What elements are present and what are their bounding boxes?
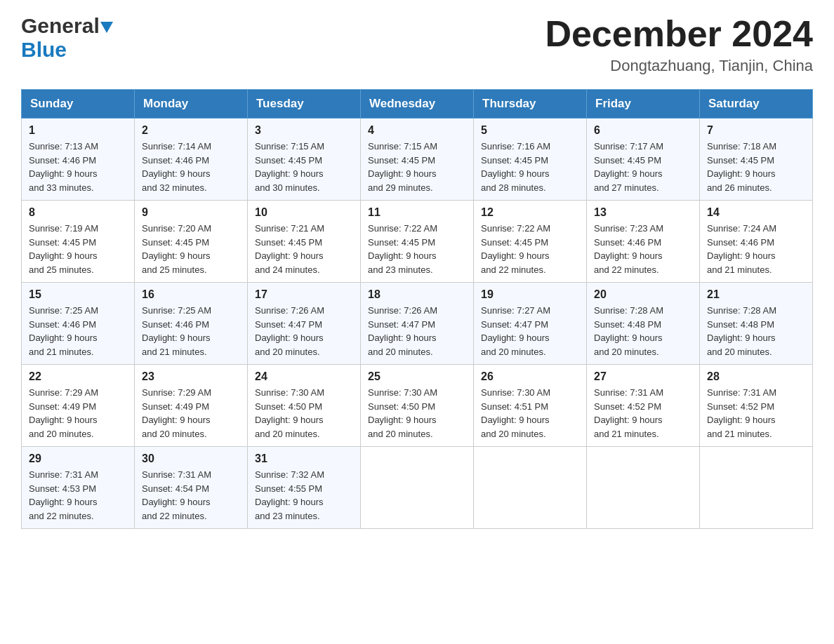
day-info: Sunrise: 7:29 AMSunset: 4:49 PMDaylight:…	[142, 386, 240, 441]
day-number: 13	[594, 206, 692, 219]
calendar-cell: 11Sunrise: 7:22 AMSunset: 4:45 PMDayligh…	[361, 201, 474, 283]
subtitle: Dongtazhuang, Tianjin, China	[545, 57, 813, 75]
calendar-cell: 5Sunrise: 7:16 AMSunset: 4:45 PMDaylight…	[474, 119, 587, 201]
day-number: 2	[142, 124, 240, 137]
day-number: 14	[707, 206, 805, 219]
day-of-week-header: Saturday	[700, 90, 813, 119]
calendar-table: SundayMondayTuesdayWednesdayThursdayFrid…	[21, 89, 813, 529]
calendar-cell: 12Sunrise: 7:22 AMSunset: 4:45 PMDayligh…	[474, 201, 587, 283]
day-info: Sunrise: 7:19 AMSunset: 4:45 PMDaylight:…	[29, 222, 127, 276]
calendar-cell: 26Sunrise: 7:30 AMSunset: 4:51 PMDayligh…	[474, 365, 587, 447]
day-number: 26	[481, 370, 579, 383]
day-number: 25	[368, 370, 466, 383]
day-info: Sunrise: 7:28 AMSunset: 4:48 PMDaylight:…	[594, 304, 692, 358]
day-number: 10	[255, 206, 353, 219]
day-info: Sunrise: 7:31 AMSunset: 4:52 PMDaylight:…	[594, 386, 692, 441]
day-number: 3	[255, 124, 353, 137]
day-number: 1	[29, 124, 127, 137]
day-info: Sunrise: 7:30 AMSunset: 4:50 PMDaylight:…	[255, 386, 353, 441]
logo-triangle-icon	[100, 22, 113, 33]
calendar-cell: 15Sunrise: 7:25 AMSunset: 4:46 PMDayligh…	[22, 283, 135, 365]
calendar-cell: 4Sunrise: 7:15 AMSunset: 4:45 PMDaylight…	[361, 119, 474, 201]
day-info: Sunrise: 7:17 AMSunset: 4:45 PMDaylight:…	[594, 140, 692, 194]
day-of-week-header: Tuesday	[248, 90, 361, 119]
calendar-cell	[700, 447, 813, 529]
day-of-week-header: Thursday	[474, 90, 587, 119]
day-info: Sunrise: 7:15 AMSunset: 4:45 PMDaylight:…	[368, 140, 466, 194]
day-info: Sunrise: 7:28 AMSunset: 4:48 PMDaylight:…	[707, 304, 805, 358]
title-block: December 2024 Dongtazhuang, Tianjin, Chi…	[545, 14, 813, 75]
calendar-week-row: 29Sunrise: 7:31 AMSunset: 4:53 PMDayligh…	[22, 447, 813, 529]
day-number: 28	[707, 370, 805, 383]
day-info: Sunrise: 7:31 AMSunset: 4:54 PMDaylight:…	[142, 468, 240, 523]
main-title: December 2024	[545, 14, 813, 54]
day-info: Sunrise: 7:27 AMSunset: 4:47 PMDaylight:…	[481, 304, 579, 358]
day-number: 8	[29, 206, 127, 219]
calendar-cell: 31Sunrise: 7:32 AMSunset: 4:55 PMDayligh…	[248, 447, 361, 529]
day-info: Sunrise: 7:30 AMSunset: 4:51 PMDaylight:…	[481, 386, 579, 441]
calendar-cell: 24Sunrise: 7:30 AMSunset: 4:50 PMDayligh…	[248, 365, 361, 447]
day-of-week-header: Monday	[135, 90, 248, 119]
day-info: Sunrise: 7:16 AMSunset: 4:45 PMDaylight:…	[481, 140, 579, 194]
calendar-cell	[587, 447, 700, 529]
calendar-week-row: 8Sunrise: 7:19 AMSunset: 4:45 PMDaylight…	[22, 201, 813, 283]
day-number: 31	[255, 452, 353, 465]
calendar-cell: 16Sunrise: 7:25 AMSunset: 4:46 PMDayligh…	[135, 283, 248, 365]
day-number: 22	[29, 370, 127, 383]
calendar-cell: 22Sunrise: 7:29 AMSunset: 4:49 PMDayligh…	[22, 365, 135, 447]
calendar-cell: 17Sunrise: 7:26 AMSunset: 4:47 PMDayligh…	[248, 283, 361, 365]
day-number: 11	[368, 206, 466, 219]
day-number: 6	[594, 124, 692, 137]
day-info: Sunrise: 7:26 AMSunset: 4:47 PMDaylight:…	[368, 304, 466, 358]
day-info: Sunrise: 7:31 AMSunset: 4:52 PMDaylight:…	[707, 386, 805, 441]
day-info: Sunrise: 7:21 AMSunset: 4:45 PMDaylight:…	[255, 222, 353, 276]
day-info: Sunrise: 7:26 AMSunset: 4:47 PMDaylight:…	[255, 304, 353, 358]
day-info: Sunrise: 7:25 AMSunset: 4:46 PMDaylight:…	[142, 304, 240, 358]
logo-blue-text: Blue	[21, 38, 67, 62]
day-number: 12	[481, 206, 579, 219]
calendar-cell: 10Sunrise: 7:21 AMSunset: 4:45 PMDayligh…	[248, 201, 361, 283]
calendar-cell	[361, 447, 474, 529]
calendar-cell: 3Sunrise: 7:15 AMSunset: 4:45 PMDaylight…	[248, 119, 361, 201]
day-of-week-header: Friday	[587, 90, 700, 119]
calendar-cell: 20Sunrise: 7:28 AMSunset: 4:48 PMDayligh…	[587, 283, 700, 365]
day-info: Sunrise: 7:14 AMSunset: 4:46 PMDaylight:…	[142, 140, 240, 194]
day-number: 29	[29, 452, 127, 465]
day-info: Sunrise: 7:18 AMSunset: 4:45 PMDaylight:…	[707, 140, 805, 194]
calendar-header-row: SundayMondayTuesdayWednesdayThursdayFrid…	[22, 90, 813, 119]
day-info: Sunrise: 7:15 AMSunset: 4:45 PMDaylight:…	[255, 140, 353, 194]
day-info: Sunrise: 7:25 AMSunset: 4:46 PMDaylight:…	[29, 304, 127, 358]
logo-general-text: General	[21, 14, 100, 38]
day-info: Sunrise: 7:20 AMSunset: 4:45 PMDaylight:…	[142, 222, 240, 276]
calendar-cell: 25Sunrise: 7:30 AMSunset: 4:50 PMDayligh…	[361, 365, 474, 447]
day-info: Sunrise: 7:30 AMSunset: 4:50 PMDaylight:…	[368, 386, 466, 441]
calendar-cell: 9Sunrise: 7:20 AMSunset: 4:45 PMDaylight…	[135, 201, 248, 283]
day-number: 27	[594, 370, 692, 383]
calendar-cell: 18Sunrise: 7:26 AMSunset: 4:47 PMDayligh…	[361, 283, 474, 365]
day-of-week-header: Wednesday	[361, 90, 474, 119]
calendar-week-row: 15Sunrise: 7:25 AMSunset: 4:46 PMDayligh…	[22, 283, 813, 365]
day-of-week-header: Sunday	[22, 90, 135, 119]
day-number: 5	[481, 124, 579, 137]
day-number: 4	[368, 124, 466, 137]
calendar-week-row: 22Sunrise: 7:29 AMSunset: 4:49 PMDayligh…	[22, 365, 813, 447]
day-number: 19	[481, 288, 579, 301]
day-number: 20	[594, 288, 692, 301]
day-number: 30	[142, 452, 240, 465]
calendar-cell: 27Sunrise: 7:31 AMSunset: 4:52 PMDayligh…	[587, 365, 700, 447]
day-number: 21	[707, 288, 805, 301]
day-info: Sunrise: 7:22 AMSunset: 4:45 PMDaylight:…	[368, 222, 466, 276]
day-number: 9	[142, 206, 240, 219]
day-number: 15	[29, 288, 127, 301]
day-number: 24	[255, 370, 353, 383]
calendar-cell: 7Sunrise: 7:18 AMSunset: 4:45 PMDaylight…	[700, 119, 813, 201]
calendar-cell: 14Sunrise: 7:24 AMSunset: 4:46 PMDayligh…	[700, 201, 813, 283]
day-info: Sunrise: 7:13 AMSunset: 4:46 PMDaylight:…	[29, 140, 127, 194]
day-info: Sunrise: 7:31 AMSunset: 4:53 PMDaylight:…	[29, 468, 127, 523]
calendar-cell: 8Sunrise: 7:19 AMSunset: 4:45 PMDaylight…	[22, 201, 135, 283]
day-number: 23	[142, 370, 240, 383]
logo: General Blue	[21, 14, 113, 62]
day-info: Sunrise: 7:22 AMSunset: 4:45 PMDaylight:…	[481, 222, 579, 276]
calendar-cell: 28Sunrise: 7:31 AMSunset: 4:52 PMDayligh…	[700, 365, 813, 447]
day-number: 17	[255, 288, 353, 301]
